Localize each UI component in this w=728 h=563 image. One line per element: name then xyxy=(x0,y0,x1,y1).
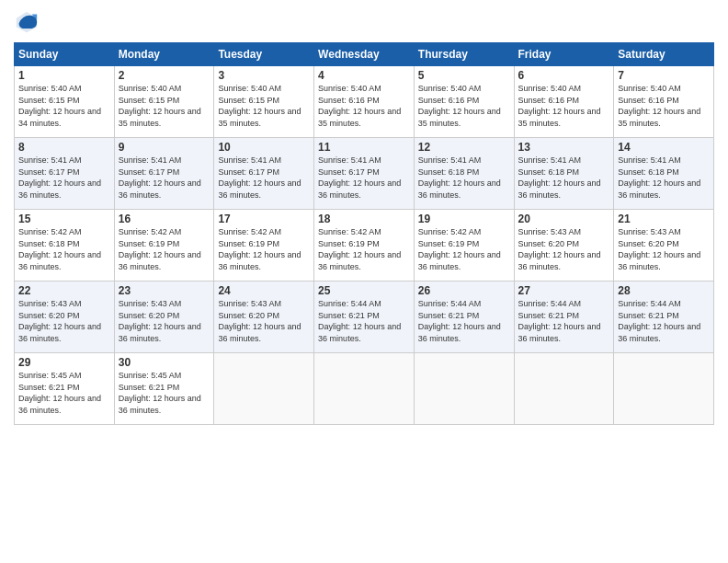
day-number: 30 xyxy=(119,356,210,369)
col-header-wednesday: Wednesday xyxy=(314,43,415,66)
calendar-cell xyxy=(214,353,314,425)
calendar-cell: 29Sunrise: 5:45 AMSunset: 6:21 PMDayligh… xyxy=(15,353,115,425)
logo-icon xyxy=(14,9,40,35)
day-number: 6 xyxy=(518,69,610,82)
calendar-week-row: 22Sunrise: 5:43 AMSunset: 6:20 PMDayligh… xyxy=(15,282,714,353)
calendar-week-row: 15Sunrise: 5:42 AMSunset: 6:18 PMDayligh… xyxy=(15,210,714,282)
day-info: Sunrise: 5:44 AMSunset: 6:21 PMDaylight:… xyxy=(618,298,710,344)
day-number: 24 xyxy=(218,284,310,297)
calendar-cell: 1Sunrise: 5:40 AMSunset: 6:15 PMDaylight… xyxy=(15,66,115,138)
calendar-cell: 13Sunrise: 5:41 AMSunset: 6:18 PMDayligh… xyxy=(514,138,614,210)
day-number: 18 xyxy=(318,213,410,225)
calendar-cell: 18Sunrise: 5:42 AMSunset: 6:19 PMDayligh… xyxy=(314,210,415,282)
day-number: 19 xyxy=(418,213,510,225)
calendar-week-row: 8Sunrise: 5:41 AMSunset: 6:17 PMDaylight… xyxy=(15,138,714,210)
day-number: 1 xyxy=(18,69,110,82)
day-info: Sunrise: 5:41 AMSunset: 6:18 PMDaylight:… xyxy=(418,155,510,201)
col-header-saturday: Saturday xyxy=(614,43,714,66)
col-header-sunday: Sunday xyxy=(15,43,115,66)
day-number: 4 xyxy=(318,69,410,82)
calendar-cell xyxy=(314,353,415,425)
day-number: 3 xyxy=(218,69,310,82)
logo xyxy=(14,9,43,35)
col-header-tuesday: Tuesday xyxy=(214,43,314,66)
calendar-cell: 9Sunrise: 5:41 AMSunset: 6:17 PMDaylight… xyxy=(114,138,214,210)
calendar-cell: 25Sunrise: 5:44 AMSunset: 6:21 PMDayligh… xyxy=(314,282,415,353)
page: SundayMondayTuesdayWednesdayThursdayFrid… xyxy=(0,0,728,563)
calendar-cell: 22Sunrise: 5:43 AMSunset: 6:20 PMDayligh… xyxy=(15,282,115,353)
calendar-cell: 6Sunrise: 5:40 AMSunset: 6:16 PMDaylight… xyxy=(514,66,614,138)
day-number: 26 xyxy=(418,284,510,297)
day-info: Sunrise: 5:42 AMSunset: 6:18 PMDaylight:… xyxy=(18,226,110,272)
calendar-cell: 14Sunrise: 5:41 AMSunset: 6:18 PMDayligh… xyxy=(614,138,714,210)
calendar-cell: 21Sunrise: 5:43 AMSunset: 6:20 PMDayligh… xyxy=(614,210,714,282)
calendar-cell: 3Sunrise: 5:40 AMSunset: 6:15 PMDaylight… xyxy=(214,66,314,138)
day-info: Sunrise: 5:40 AMSunset: 6:15 PMDaylight:… xyxy=(18,83,110,129)
day-number: 17 xyxy=(218,213,310,225)
day-number: 7 xyxy=(618,69,710,82)
day-info: Sunrise: 5:42 AMSunset: 6:19 PMDaylight:… xyxy=(218,226,310,272)
day-number: 16 xyxy=(119,213,210,225)
day-number: 9 xyxy=(119,141,210,154)
day-number: 2 xyxy=(119,69,210,82)
calendar-cell: 11Sunrise: 5:41 AMSunset: 6:17 PMDayligh… xyxy=(314,138,415,210)
day-info: Sunrise: 5:43 AMSunset: 6:20 PMDaylight:… xyxy=(119,298,210,344)
day-info: Sunrise: 5:42 AMSunset: 6:19 PMDaylight:… xyxy=(119,226,210,272)
calendar-cell: 7Sunrise: 5:40 AMSunset: 6:16 PMDaylight… xyxy=(614,66,714,138)
calendar-cell: 20Sunrise: 5:43 AMSunset: 6:20 PMDayligh… xyxy=(514,210,614,282)
day-number: 15 xyxy=(18,213,110,225)
day-info: Sunrise: 5:43 AMSunset: 6:20 PMDaylight:… xyxy=(618,226,710,272)
calendar-table: SundayMondayTuesdayWednesdayThursdayFrid… xyxy=(14,42,714,425)
col-header-monday: Monday xyxy=(114,43,214,66)
day-number: 13 xyxy=(518,141,610,154)
calendar-week-row: 1Sunrise: 5:40 AMSunset: 6:15 PMDaylight… xyxy=(15,66,714,138)
calendar-cell: 16Sunrise: 5:42 AMSunset: 6:19 PMDayligh… xyxy=(114,210,214,282)
calendar-cell xyxy=(514,353,614,425)
day-info: Sunrise: 5:41 AMSunset: 6:17 PMDaylight:… xyxy=(218,155,310,201)
day-info: Sunrise: 5:42 AMSunset: 6:19 PMDaylight:… xyxy=(418,226,510,272)
day-info: Sunrise: 5:40 AMSunset: 6:16 PMDaylight:… xyxy=(418,83,510,129)
day-info: Sunrise: 5:41 AMSunset: 6:17 PMDaylight:… xyxy=(18,155,110,201)
calendar-cell: 27Sunrise: 5:44 AMSunset: 6:21 PMDayligh… xyxy=(514,282,614,353)
day-info: Sunrise: 5:40 AMSunset: 6:15 PMDaylight:… xyxy=(119,83,210,129)
day-number: 8 xyxy=(18,141,110,154)
day-number: 29 xyxy=(18,356,110,369)
day-number: 22 xyxy=(18,284,110,297)
calendar-cell xyxy=(614,353,714,425)
calendar-cell: 19Sunrise: 5:42 AMSunset: 6:19 PMDayligh… xyxy=(414,210,514,282)
day-info: Sunrise: 5:42 AMSunset: 6:19 PMDaylight:… xyxy=(318,226,410,272)
day-info: Sunrise: 5:44 AMSunset: 6:21 PMDaylight:… xyxy=(418,298,510,344)
calendar-cell: 8Sunrise: 5:41 AMSunset: 6:17 PMDaylight… xyxy=(15,138,115,210)
day-info: Sunrise: 5:40 AMSunset: 6:16 PMDaylight:… xyxy=(518,83,610,129)
day-number: 12 xyxy=(418,141,510,154)
day-info: Sunrise: 5:40 AMSunset: 6:16 PMDaylight:… xyxy=(618,83,710,129)
day-info: Sunrise: 5:41 AMSunset: 6:17 PMDaylight:… xyxy=(318,155,410,201)
day-info: Sunrise: 5:41 AMSunset: 6:18 PMDaylight:… xyxy=(518,155,610,201)
day-info: Sunrise: 5:45 AMSunset: 6:21 PMDaylight:… xyxy=(18,370,110,416)
calendar-week-row: 29Sunrise: 5:45 AMSunset: 6:21 PMDayligh… xyxy=(15,353,714,425)
calendar-cell: 12Sunrise: 5:41 AMSunset: 6:18 PMDayligh… xyxy=(414,138,514,210)
day-info: Sunrise: 5:41 AMSunset: 6:17 PMDaylight:… xyxy=(119,155,210,201)
col-header-thursday: Thursday xyxy=(414,43,514,66)
day-info: Sunrise: 5:44 AMSunset: 6:21 PMDaylight:… xyxy=(318,298,410,344)
calendar-cell: 26Sunrise: 5:44 AMSunset: 6:21 PMDayligh… xyxy=(414,282,514,353)
calendar-cell: 4Sunrise: 5:40 AMSunset: 6:16 PMDaylight… xyxy=(314,66,415,138)
day-number: 20 xyxy=(518,213,610,225)
day-info: Sunrise: 5:40 AMSunset: 6:15 PMDaylight:… xyxy=(218,83,310,129)
day-info: Sunrise: 5:43 AMSunset: 6:20 PMDaylight:… xyxy=(18,298,110,344)
calendar-cell: 28Sunrise: 5:44 AMSunset: 6:21 PMDayligh… xyxy=(614,282,714,353)
calendar-cell: 10Sunrise: 5:41 AMSunset: 6:17 PMDayligh… xyxy=(214,138,314,210)
day-info: Sunrise: 5:44 AMSunset: 6:21 PMDaylight:… xyxy=(518,298,610,344)
day-number: 28 xyxy=(618,284,710,297)
day-number: 21 xyxy=(618,213,710,225)
calendar-cell: 24Sunrise: 5:43 AMSunset: 6:20 PMDayligh… xyxy=(214,282,314,353)
calendar-cell: 5Sunrise: 5:40 AMSunset: 6:16 PMDaylight… xyxy=(414,66,514,138)
day-number: 11 xyxy=(318,141,410,154)
calendar-cell: 23Sunrise: 5:43 AMSunset: 6:20 PMDayligh… xyxy=(114,282,214,353)
day-number: 23 xyxy=(119,284,210,297)
calendar-cell xyxy=(414,353,514,425)
calendar-cell: 30Sunrise: 5:45 AMSunset: 6:21 PMDayligh… xyxy=(114,353,214,425)
calendar-cell: 2Sunrise: 5:40 AMSunset: 6:15 PMDaylight… xyxy=(114,66,214,138)
day-number: 27 xyxy=(518,284,610,297)
col-header-friday: Friday xyxy=(514,43,614,66)
